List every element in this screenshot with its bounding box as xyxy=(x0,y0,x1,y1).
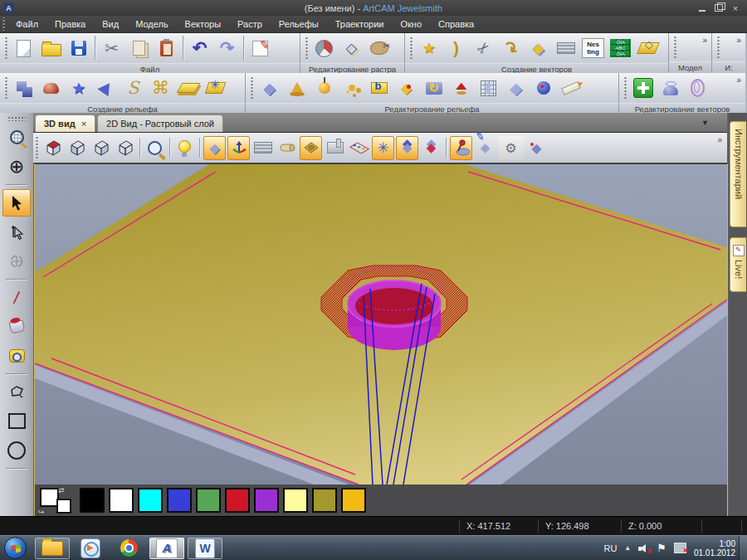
paste-relief-button[interactable]: ◆ xyxy=(393,74,420,102)
notes-button[interactable]: ✎ xyxy=(247,34,274,62)
envelope-relief-button[interactable] xyxy=(365,74,393,102)
cage-deform-button[interactable] xyxy=(475,74,502,102)
node-edit-button[interactable] xyxy=(2,218,31,246)
menu-edit[interactable]: Правка xyxy=(46,16,94,32)
menu-vectors[interactable]: Векторы xyxy=(177,16,229,32)
language-indicator[interactable]: RU xyxy=(603,543,617,553)
spin-relief-button[interactable] xyxy=(283,74,310,102)
palette-swatch-green[interactable] xyxy=(196,488,221,513)
taskbar-chrome-button[interactable] xyxy=(111,538,146,559)
toolbar-overflow-chevrons[interactable]: » xyxy=(717,135,722,144)
palette-swatch-gold[interactable] xyxy=(341,488,366,513)
group-drag-handle[interactable] xyxy=(716,36,720,59)
toggle-light-button[interactable] xyxy=(173,136,196,160)
measure-tool-button[interactable] xyxy=(2,342,31,369)
group-overflow-chevrons[interactable]: » xyxy=(736,75,741,85)
wrap-cylinder-button[interactable] xyxy=(276,136,298,160)
raster-palette-button[interactable] xyxy=(365,34,393,62)
toggle-zero-plane-button[interactable]: ◆ xyxy=(203,136,226,160)
undo-button[interactable]: ↶ xyxy=(186,34,213,62)
layers-front-button[interactable]: ◆ xyxy=(396,136,418,160)
primary-secondary-color-selector[interactable]: ⇄ ↪ xyxy=(38,486,75,514)
toolbar-drag-handle[interactable] xyxy=(7,116,26,121)
new-file-button[interactable] xyxy=(10,34,37,62)
menu-raster[interactable]: Растр xyxy=(229,16,271,32)
menu-reliefs[interactable]: Рельефы xyxy=(271,16,327,32)
group-drag-handle[interactable] xyxy=(623,75,627,100)
zoom-view-button[interactable] xyxy=(144,136,166,160)
menu-toolpaths[interactable]: Траектории xyxy=(327,16,393,32)
palette-swatch-purple[interactable] xyxy=(254,488,279,513)
star-relief-button[interactable]: ★ xyxy=(65,74,92,102)
flood-fill-button[interactable] xyxy=(2,313,31,340)
front-view-button[interactable] xyxy=(66,136,88,160)
side-view-button[interactable] xyxy=(90,136,112,160)
palette-swatch-blue[interactable] xyxy=(167,488,192,513)
redo-button[interactable]: ↷ xyxy=(213,34,241,62)
smooth-shade-button[interactable]: ✳ xyxy=(372,136,394,160)
group-overflow-chevrons[interactable]: » xyxy=(702,36,707,45)
clock[interactable]: 1:00 01.01.2012 xyxy=(694,539,735,558)
group-drag-handle[interactable] xyxy=(250,75,254,100)
nesting-button[interactable]: Nesting xyxy=(579,34,607,62)
draft-model-button[interactable] xyxy=(251,136,274,160)
rotate-view-button[interactable]: ⊕ xyxy=(2,153,31,180)
copy-button[interactable] xyxy=(125,34,153,62)
volume-muted-icon[interactable]: × xyxy=(638,543,649,553)
sphere-star-button[interactable] xyxy=(530,74,557,102)
network-disconnected-icon[interactable]: × xyxy=(674,543,686,553)
group-drag-handle[interactable] xyxy=(673,36,677,59)
3d-canvas[interactable] xyxy=(35,164,727,485)
secondary-color-swatch[interactable] xyxy=(56,499,71,514)
shape-editor-button[interactable] xyxy=(10,74,37,102)
paste-button[interactable] xyxy=(153,34,180,62)
draw-tool-button[interactable]: / xyxy=(0,281,32,313)
dome-relief-button[interactable] xyxy=(37,74,65,102)
spray-relief-button[interactable] xyxy=(338,74,365,102)
palette-swatch-white[interactable] xyxy=(109,488,134,513)
open-file-button[interactable] xyxy=(37,34,65,62)
group-drag-handle[interactable] xyxy=(4,36,8,61)
minimize-button[interactable] xyxy=(694,2,710,14)
taskbar-media-player-button[interactable] xyxy=(73,538,108,559)
live-panel-tab[interactable]: ✎ Live! xyxy=(730,237,746,292)
rectangle-tool-button[interactable] xyxy=(2,407,31,435)
rotate-relief-button[interactable]: ↻ xyxy=(420,74,447,102)
dome-ring-button[interactable] xyxy=(657,74,684,102)
action-center-flag-icon[interactable]: ⚑ xyxy=(657,542,666,554)
lasso-select-button[interactable] xyxy=(2,378,31,406)
menu-model[interactable]: Модель xyxy=(127,16,176,32)
menu-help[interactable]: Справка xyxy=(430,16,482,32)
block-model-button[interactable] xyxy=(324,136,346,160)
add-vectors-button[interactable] xyxy=(629,74,657,102)
relief-layer-button[interactable] xyxy=(174,74,202,102)
palette-swatch-black[interactable] xyxy=(80,488,105,513)
fan-relief-button[interactable] xyxy=(447,74,475,102)
select-tool-button[interactable] xyxy=(2,189,31,217)
transform-tool-button[interactable] xyxy=(2,247,31,275)
restore-button[interactable] xyxy=(710,2,727,14)
sculpt-sphere-button[interactable] xyxy=(310,74,338,102)
save-button[interactable] xyxy=(65,34,92,62)
taskbar-explorer-button[interactable] xyxy=(35,538,70,559)
extrude-relief-button[interactable] xyxy=(92,74,120,102)
taskbar-artcam-button[interactable]: A xyxy=(149,538,184,559)
swap-colors-icon[interactable]: ⇄ xyxy=(58,486,65,494)
palette-swatch-lightyellow[interactable] xyxy=(283,488,308,513)
texture-relief-button[interactable] xyxy=(202,74,229,102)
vector-shape-button[interactable]: ◆ xyxy=(525,34,552,62)
detail-settings-button[interactable]: ⚙ xyxy=(498,136,524,160)
palette-swatch-cyan[interactable] xyxy=(138,488,163,513)
group-drag-handle[interactable] xyxy=(305,36,309,61)
raster-polygon-button[interactable]: ◇ xyxy=(338,34,365,62)
zoom-tool-button[interactable] xyxy=(2,124,31,151)
iso-view-button[interactable] xyxy=(42,136,64,160)
toggle-axes-button[interactable] xyxy=(227,136,250,160)
tab-3d-view[interactable]: 3D вид × xyxy=(35,114,95,132)
layers-back-button[interactable]: ◆ xyxy=(420,136,442,160)
palette-swatch-red[interactable] xyxy=(225,488,250,513)
reset-colors-icon[interactable]: ↪ xyxy=(38,508,45,516)
wire-ring-button[interactable] xyxy=(684,74,711,102)
taskbar-word-button[interactable]: W xyxy=(188,538,222,559)
menu-window[interactable]: Окно xyxy=(393,16,431,32)
